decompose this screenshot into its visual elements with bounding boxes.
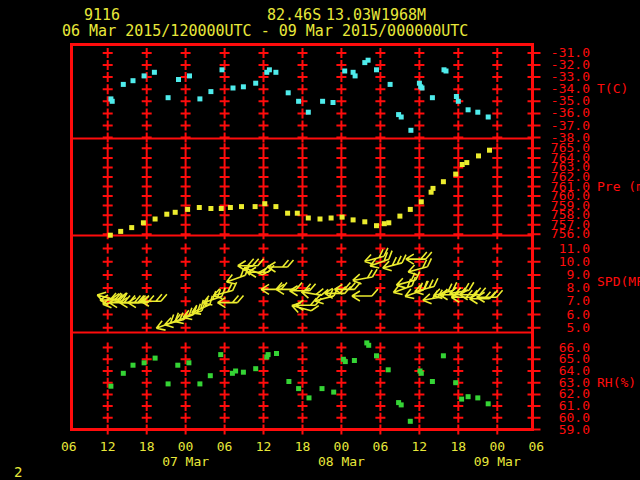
- wind_speed-axis-unit-label: SPD(MPS): [597, 275, 640, 288]
- pressure-data-point: [318, 217, 323, 222]
- wind_speed-ytick-label: 10.0: [540, 255, 590, 268]
- temperature-data-point: [253, 81, 258, 86]
- aws-timeseries-screen: 9116 82.46S 13.03W 1968M 06 Mar 2015/120…: [0, 0, 640, 480]
- pressure-data-point: [386, 220, 391, 225]
- pressure-data-point: [173, 210, 178, 215]
- temperature-data-point: [286, 90, 291, 95]
- wind_speed-ytick-label: 5.0: [540, 321, 590, 334]
- x-date-label: 08 Mar: [313, 455, 369, 468]
- rh-data-point: [343, 359, 348, 364]
- x-hour-tick-label: 18: [290, 440, 314, 453]
- pressure-data-point: [129, 225, 134, 230]
- pressure-data-point: [197, 205, 202, 210]
- pressure-data-point: [273, 204, 278, 209]
- x-hour-tick-label: 06: [213, 440, 237, 453]
- x-hour-tick-label: 06: [57, 440, 81, 453]
- rh-data-point: [374, 353, 379, 358]
- wind-barb-icon: [352, 289, 378, 301]
- rh-data-point: [186, 360, 191, 365]
- wind_speed-ytick-label: 11.0: [540, 242, 590, 255]
- temperature-data-point: [388, 82, 393, 87]
- rh-data-point: [307, 395, 312, 400]
- temperature-data-point: [176, 77, 181, 82]
- temperature-data-point: [444, 69, 449, 74]
- rh-data-point: [386, 367, 391, 372]
- x-hour-tick-label: 00: [174, 440, 198, 453]
- rh-data-point: [208, 373, 213, 378]
- pressure-data-point: [464, 160, 469, 165]
- pressure-data-point: [262, 201, 267, 206]
- pressure-axis-unit-label: Pre (mb): [597, 180, 640, 193]
- rh-data-point: [233, 369, 238, 374]
- x-hour-tick-label: 00: [485, 440, 509, 453]
- grid-plus-marks: [103, 48, 503, 435]
- rh-data-point: [419, 371, 424, 376]
- temperature-data-point: [306, 110, 311, 115]
- rh-data-point: [366, 343, 371, 348]
- rh-data-point: [218, 352, 223, 357]
- x-hour-tick-label: 06: [368, 440, 392, 453]
- pressure-data-point: [329, 216, 334, 221]
- temperature-data-point: [296, 99, 301, 104]
- x-hour-tick-label: 12: [252, 440, 276, 453]
- pressure-data-point: [441, 179, 446, 184]
- wind-barb-icon: [268, 260, 294, 272]
- wind-barb-path: [242, 261, 271, 281]
- temperature-data-point: [353, 73, 358, 78]
- pressure-data-point: [285, 211, 290, 216]
- wind-barb-icon: [242, 261, 271, 281]
- rh-data-point: [108, 384, 113, 389]
- temperature-data-point: [399, 115, 404, 120]
- rh-data-point: [475, 395, 480, 400]
- pressure-data-point: [340, 215, 345, 220]
- rh-data-point: [241, 370, 246, 375]
- rh-data-point: [466, 394, 471, 399]
- rh-data-point: [453, 380, 458, 385]
- rh-data-point: [253, 366, 258, 371]
- pressure-data-point: [239, 204, 244, 209]
- pressure-data-point: [374, 223, 379, 228]
- wind-barb-path: [352, 289, 378, 301]
- temperature-data-point: [374, 67, 379, 72]
- temperature-data-point: [208, 89, 213, 94]
- temperature-data-point: [342, 69, 347, 74]
- temperature-data-point: [121, 82, 126, 87]
- rh-data-point: [320, 386, 325, 391]
- pressure-ytick-label: 756.0: [540, 227, 590, 240]
- pressure-data-point: [219, 206, 224, 211]
- wind-barb-path: [238, 259, 264, 271]
- pressure-data-point: [476, 153, 481, 158]
- temperature-data-point: [110, 99, 115, 104]
- x-hour-tick-label: 18: [135, 440, 159, 453]
- rh-data-point: [441, 353, 446, 358]
- x-hour-tick-label: 06: [524, 440, 548, 453]
- wind_speed-ytick-label: 8.0: [540, 281, 590, 294]
- temperature-data-point: [320, 99, 325, 104]
- temperature-data-point: [430, 95, 435, 100]
- rh-data-point: [430, 379, 435, 384]
- temperature-data-point: [152, 70, 157, 75]
- pressure-data-point: [351, 217, 356, 222]
- relative_humidity-ytick-label: 59.0: [540, 423, 590, 436]
- pressure-data-point: [460, 162, 465, 167]
- x-hour-tick-label: 00: [329, 440, 353, 453]
- pressure-data-point: [295, 211, 300, 216]
- temperature-data-point: [187, 73, 192, 78]
- rh-data-point: [131, 363, 136, 368]
- pressure-data-point: [228, 205, 233, 210]
- wind-barb-path: [268, 260, 294, 272]
- pressure-data-point: [164, 212, 169, 217]
- rh-data-point: [459, 397, 464, 402]
- rh-data-point: [166, 381, 171, 386]
- temperature-data-point: [420, 86, 425, 91]
- rh-data-point: [486, 401, 491, 406]
- rh-data-point: [121, 371, 126, 376]
- wind-barb-icon: [368, 251, 397, 271]
- temperature-data-point: [486, 115, 491, 120]
- rh-data-point: [266, 352, 271, 357]
- pressure-data-point: [419, 199, 424, 204]
- pressure-data-point: [108, 233, 113, 238]
- rh-data-point: [352, 358, 357, 363]
- temperature-data-point: [273, 70, 278, 75]
- rh-data-point: [153, 356, 158, 361]
